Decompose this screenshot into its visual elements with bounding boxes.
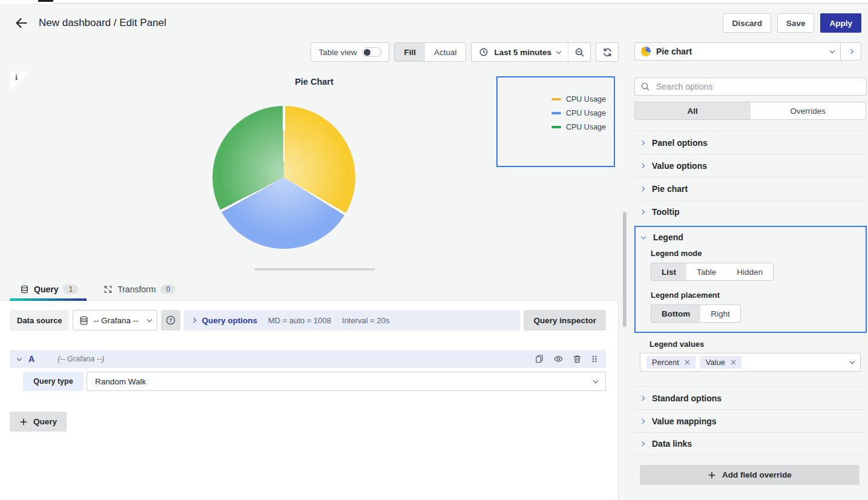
tab-transform-label: Transform xyxy=(117,285,156,294)
query-card: A (-- Grafana --) Query type Rand xyxy=(10,350,606,391)
query-ref-id[interactable]: A xyxy=(28,354,35,364)
chevron-down-icon xyxy=(850,359,855,364)
datasource-select[interactable]: -- Grafana -- xyxy=(73,310,157,331)
section-label: Panel options xyxy=(652,138,708,148)
chevron-down-icon xyxy=(641,234,646,238)
refresh-icon xyxy=(602,47,613,58)
legend-mode-hidden[interactable]: Hidden xyxy=(726,263,773,280)
database-icon xyxy=(20,285,29,294)
chevron-right-icon xyxy=(640,163,645,168)
fill-option[interactable]: Fill xyxy=(395,43,425,61)
datasource-row: Data source -- Grafana -- ? Query option… xyxy=(10,310,606,331)
remove-value-button[interactable] xyxy=(731,360,736,365)
chevron-right-icon xyxy=(640,186,645,191)
section-panel-options[interactable]: Panel options xyxy=(634,131,867,154)
legend-section-header[interactable]: Legend xyxy=(636,227,866,248)
discard-button[interactable]: Discard xyxy=(723,13,771,33)
tab-query-label: Query xyxy=(34,285,58,294)
visualization-select[interactable]: Pie chart xyxy=(634,42,841,61)
collapse-chevron-icon[interactable] xyxy=(17,355,22,360)
legend-section-title: Legend xyxy=(653,232,683,242)
legend-values-select[interactable]: Percent Value xyxy=(640,353,861,372)
legend-mode-label: Legend mode xyxy=(651,249,866,258)
legend-placement-bottom[interactable]: Bottom xyxy=(651,305,700,322)
search-input[interactable] xyxy=(655,81,861,92)
chevron-down-icon xyxy=(830,48,835,53)
zoom-out-button[interactable] xyxy=(568,43,590,61)
legend-swatch xyxy=(551,112,561,114)
duplicate-query-button[interactable] xyxy=(534,354,544,364)
tab-all[interactable]: All xyxy=(635,102,751,119)
section-label: Value mappings xyxy=(652,416,717,426)
section-value-options[interactable]: Value options xyxy=(634,154,867,177)
toggle-knob xyxy=(364,49,370,56)
section-standard-options[interactable]: Standard options xyxy=(634,386,867,409)
section-label: Data links xyxy=(652,439,692,449)
delete-query-button[interactable] xyxy=(573,354,582,364)
section-value-mappings[interactable]: Value mappings xyxy=(634,409,867,432)
hide-query-button[interactable] xyxy=(553,354,564,364)
section-data-links[interactable]: Data links xyxy=(634,432,867,455)
actual-option[interactable]: Actual xyxy=(425,43,466,61)
interval-value: Interval = 20s xyxy=(342,316,389,325)
scrollbar-thumb[interactable] xyxy=(623,212,626,327)
legend-item[interactable]: CPU Usage xyxy=(551,95,606,104)
panel-options-pane: Pie chart All Overrides Panel options Va… xyxy=(634,42,867,500)
legend-mode-list[interactable]: List xyxy=(651,263,686,280)
query-inspector-button[interactable]: Query inspector xyxy=(524,310,606,331)
search-icon xyxy=(640,82,650,91)
time-range-picker[interactable]: Last 5 minutes xyxy=(472,43,568,61)
close-icon xyxy=(731,360,736,365)
legend-swatch xyxy=(551,98,561,100)
refresh-button[interactable] xyxy=(596,43,618,61)
legend-label: CPU Usage xyxy=(566,123,606,131)
legend-placement-label: Legend placement xyxy=(651,291,866,300)
legend-swatch xyxy=(551,126,561,128)
back-button[interactable] xyxy=(10,12,33,35)
section-tooltip[interactable]: Tooltip xyxy=(634,200,867,223)
table-view-toggle[interactable]: Table view xyxy=(311,43,389,61)
apply-button[interactable]: Apply xyxy=(820,13,861,33)
max-data-points: MD = auto = 1008 xyxy=(268,316,331,325)
trash-icon xyxy=(573,354,582,364)
tab-transform[interactable]: Transform 0 xyxy=(104,278,176,300)
legend-value-pill-percent: Percent xyxy=(646,356,695,369)
query-type-select[interactable]: Random Walk xyxy=(87,372,606,391)
query-row-header[interactable]: A (-- Grafana --) xyxy=(10,350,606,368)
legend-item[interactable]: CPU Usage xyxy=(551,123,606,131)
legend-placement-right[interactable]: Right xyxy=(700,305,740,322)
collapse-options-button[interactable] xyxy=(841,42,861,61)
remove-percent-button[interactable] xyxy=(685,360,690,365)
legend-section-body: Legend mode List Table Hidden Legend pla… xyxy=(636,248,866,332)
table-view-switch[interactable] xyxy=(362,47,381,57)
add-field-override-button[interactable]: Add field override xyxy=(640,465,860,485)
legend-item[interactable]: CPU Usage xyxy=(551,109,606,117)
save-button[interactable]: Save xyxy=(777,13,815,33)
query-editor-pane: Data source -- Grafana -- ? Query option… xyxy=(0,301,619,500)
datasource-help-button[interactable]: ? xyxy=(161,310,180,331)
query-count-badge: 1 xyxy=(63,285,78,294)
section-label: Value options xyxy=(652,161,707,171)
section-label: Tooltip xyxy=(652,207,680,217)
section-label: Standard options xyxy=(652,393,722,403)
table-view-label: Table view xyxy=(318,48,357,57)
pie-chart[interactable] xyxy=(212,106,355,249)
drag-handle[interactable] xyxy=(591,354,598,364)
legend-value-pill-value: Value xyxy=(700,356,741,369)
chevron-right-icon xyxy=(640,209,645,214)
zoom-out-icon xyxy=(574,47,585,58)
add-query-button[interactable]: Query xyxy=(10,412,67,432)
panel-scroll-indicator[interactable] xyxy=(254,268,375,271)
page-title: New dashboard / Edit Panel xyxy=(39,17,166,29)
query-type-label: Query type xyxy=(23,372,84,391)
section-legend-expanded: Legend Legend mode List Table Hidden Leg… xyxy=(634,226,867,333)
query-options-toggle[interactable]: Query options xyxy=(192,316,257,325)
section-pie-chart[interactable]: Pie chart xyxy=(634,177,867,200)
pill-label: Value xyxy=(706,358,725,367)
legend-mode-table[interactable]: Table xyxy=(686,263,726,280)
chevron-right-icon xyxy=(848,49,853,54)
chevron-right-icon xyxy=(640,418,645,423)
tab-query[interactable]: Query 1 xyxy=(20,278,78,300)
tab-overrides[interactable]: Overrides xyxy=(751,102,866,119)
top-strip-dark-segment xyxy=(38,0,53,2)
